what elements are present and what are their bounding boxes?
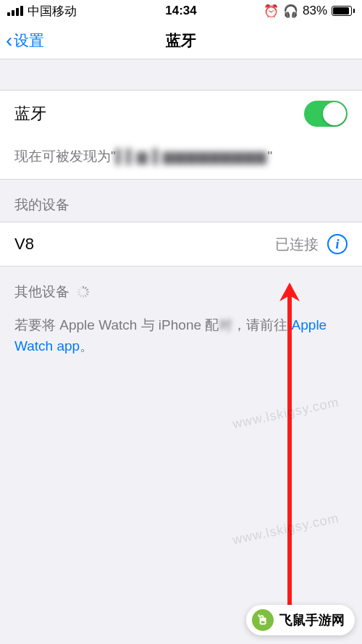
battery-percent: 83% [303,4,327,18]
svg-rect-8 [77,293,80,296]
signal-icon [7,6,23,16]
back-label: 设置 [14,30,44,51]
hint-pre: 若要将 Apple Watch 与 iPhone 配 [14,317,219,333]
other-devices-label: 其他设备 [14,283,70,301]
switch-knob [323,102,346,125]
svg-rect-7 [80,295,82,298]
other-devices-header: 其他设备 [0,267,362,310]
svg-rect-0 [83,286,84,289]
svg-rect-11 [80,286,82,289]
hint-post: 。 [80,338,93,354]
device-row[interactable]: V8 已连接 i [0,222,362,267]
svg-rect-6 [83,296,84,298]
status-bar: 中国移动 14:34 ⏰ 🎧 83% [0,0,362,22]
clock: 14:34 [165,4,196,18]
discoverable-text: 现在可被发现为"▌▌▆ ▌▆▆▆▆▆▆▆▆▆" [0,137,362,180]
discoverable-suffix: " [267,149,272,164]
site-badge: 🖱 飞鼠手游网 [246,605,355,635]
device-status: 已连接 [275,235,319,254]
bluetooth-switch[interactable] [304,101,348,127]
badge-label: 飞鼠手游网 [279,611,345,629]
battery-icon [332,6,355,16]
bluetooth-label: 蓝牙 [14,103,46,125]
pairing-hint: 若要将 Apple Watch 与 iPhone 配对，请前往 Apple Wa… [0,310,362,372]
info-icon[interactable]: i [327,234,348,254]
device-name: V8 [14,235,275,254]
bluetooth-toggle-row[interactable]: 蓝牙 [0,90,362,137]
svg-rect-9 [77,291,80,293]
nav-bar: ‹ 设置 蓝牙 [0,22,362,59]
carrier-label: 中国移动 [28,3,77,20]
page-title: 蓝牙 [166,30,196,51]
watermark: www.lskigsy.com [232,511,341,548]
chevron-left-icon: ‹ [6,30,12,51]
mouse-icon: 🖱 [252,609,274,631]
svg-rect-2 [86,288,89,290]
svg-rect-4 [86,293,89,296]
device-name-blurred: ▌▌▆ ▌▆▆▆▆▆▆▆▆▆ [116,148,268,164]
hint-mid: ，请前往 [232,317,291,333]
svg-rect-5 [85,295,87,298]
discoverable-prefix: 现在可被发现为" [14,149,116,164]
svg-rect-10 [77,288,80,290]
alarm-icon: ⏰ [264,4,279,19]
svg-rect-3 [87,291,90,293]
hint-blur: 对 [219,314,232,335]
svg-rect-1 [85,286,87,289]
watermark: www.lskigsy.com [232,395,341,432]
headphones-icon: 🎧 [283,4,298,19]
status-left: 中国移动 [7,3,77,20]
spinner-icon [77,285,90,298]
my-devices-header: 我的设备 [0,180,362,222]
status-right: ⏰ 🎧 83% [264,4,355,19]
back-button[interactable]: ‹ 设置 [6,30,44,51]
